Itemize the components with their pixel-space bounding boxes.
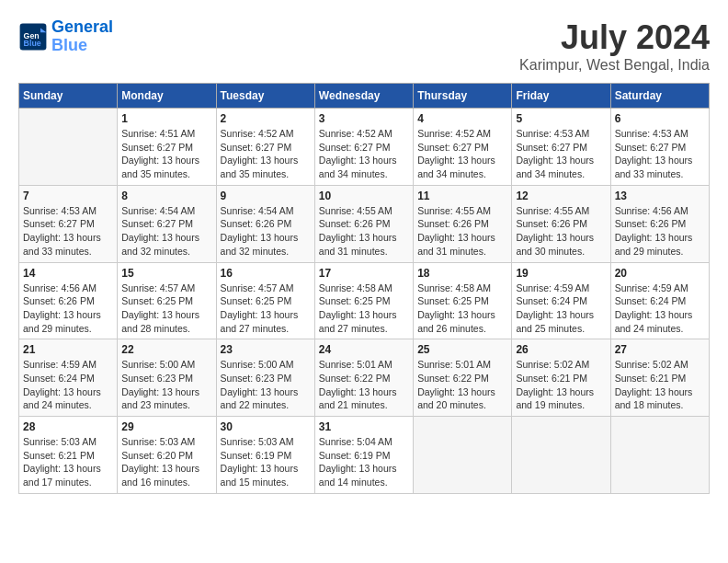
day-number: 17 [319, 267, 409, 280]
calendar-cell: 9Sunrise: 4:54 AM Sunset: 6:26 PM Daylig… [216, 185, 314, 262]
day-info: Sunrise: 5:03 AM Sunset: 6:21 PM Dayligh… [23, 435, 113, 489]
day-info: Sunrise: 4:56 AM Sunset: 6:26 PM Dayligh… [615, 204, 705, 259]
day-info: Sunrise: 4:58 AM Sunset: 6:25 PM Dayligh… [417, 282, 507, 336]
calendar-cell: 16Sunrise: 4:57 AM Sunset: 6:25 PM Dayli… [216, 262, 314, 339]
calendar-week-row: 21Sunrise: 4:59 AM Sunset: 6:24 PM Dayli… [19, 339, 710, 417]
calendar-cell: 24Sunrise: 5:01 AM Sunset: 6:22 PM Dayli… [314, 339, 413, 417]
calendar-cell: 14Sunrise: 4:56 AM Sunset: 6:26 PM Dayli… [19, 262, 118, 339]
day-info: Sunrise: 4:59 AM Sunset: 6:24 PM Dayligh… [23, 358, 113, 412]
day-number: 19 [516, 267, 606, 280]
title-area: July 2024 Karimpur, West Bengal, India [519, 18, 710, 74]
day-number: 29 [121, 420, 211, 433]
day-info: Sunrise: 5:01 AM Sunset: 6:22 PM Dayligh… [319, 358, 409, 412]
day-number: 24 [319, 343, 409, 356]
calendar-cell [610, 417, 709, 494]
calendar-cell: 22Sunrise: 5:00 AM Sunset: 6:23 PM Dayli… [118, 339, 216, 417]
day-info: Sunrise: 4:53 AM Sunset: 6:27 PM Dayligh… [615, 127, 705, 181]
day-number: 8 [121, 190, 211, 202]
calendar-cell: 13Sunrise: 4:56 AM Sunset: 6:26 PM Dayli… [610, 185, 709, 262]
day-info: Sunrise: 4:54 AM Sunset: 6:27 PM Dayligh… [121, 204, 211, 259]
calendar-cell: 18Sunrise: 4:58 AM Sunset: 6:25 PM Dayli… [414, 262, 512, 339]
calendar-week-row: 28Sunrise: 5:03 AM Sunset: 6:21 PM Dayli… [19, 417, 710, 494]
day-info: Sunrise: 5:02 AM Sunset: 6:21 PM Dayligh… [516, 358, 606, 412]
day-number: 28 [23, 420, 113, 433]
calendar-week-row: 1Sunrise: 4:51 AM Sunset: 6:27 PM Daylig… [19, 109, 710, 186]
day-number: 9 [221, 190, 311, 202]
calendar-cell: 28Sunrise: 5:03 AM Sunset: 6:21 PM Dayli… [19, 417, 118, 494]
calendar-cell: 1Sunrise: 4:51 AM Sunset: 6:27 PM Daylig… [118, 109, 216, 186]
day-number: 14 [23, 267, 113, 280]
day-info: Sunrise: 4:53 AM Sunset: 6:27 PM Dayligh… [516, 127, 606, 181]
day-info: Sunrise: 4:55 AM Sunset: 6:26 PM Dayligh… [516, 204, 606, 259]
day-info: Sunrise: 4:53 AM Sunset: 6:27 PM Dayligh… [23, 204, 113, 259]
day-number: 25 [417, 343, 507, 356]
day-number: 23 [221, 343, 311, 356]
weekday-header: Thursday [414, 84, 512, 109]
weekday-header: Wednesday [314, 84, 413, 109]
day-number: 3 [319, 112, 409, 125]
day-number: 16 [221, 267, 311, 280]
day-info: Sunrise: 5:01 AM Sunset: 6:22 PM Dayligh… [417, 358, 507, 412]
calendar-cell: 19Sunrise: 4:59 AM Sunset: 6:24 PM Dayli… [512, 262, 610, 339]
day-info: Sunrise: 4:58 AM Sunset: 6:25 PM Dayligh… [319, 282, 409, 336]
day-number: 5 [516, 112, 606, 125]
day-number: 13 [615, 190, 705, 202]
day-info: Sunrise: 5:00 AM Sunset: 6:23 PM Dayligh… [221, 358, 311, 412]
day-number: 4 [417, 112, 507, 125]
logo-text: GeneralBlue [51, 18, 113, 55]
day-info: Sunrise: 4:59 AM Sunset: 6:24 PM Dayligh… [516, 282, 606, 336]
day-number: 20 [615, 267, 705, 280]
day-number: 1 [121, 112, 211, 125]
calendar-week-row: 7Sunrise: 4:53 AM Sunset: 6:27 PM Daylig… [19, 185, 710, 262]
weekday-header: Saturday [610, 84, 709, 109]
day-info: Sunrise: 4:52 AM Sunset: 6:27 PM Dayligh… [417, 127, 507, 181]
day-info: Sunrise: 5:04 AM Sunset: 6:19 PM Dayligh… [319, 435, 409, 489]
day-info: Sunrise: 4:52 AM Sunset: 6:27 PM Dayligh… [319, 127, 409, 181]
day-number: 30 [221, 420, 311, 433]
calendar-cell: 15Sunrise: 4:57 AM Sunset: 6:25 PM Dayli… [118, 262, 216, 339]
day-info: Sunrise: 4:54 AM Sunset: 6:26 PM Dayligh… [221, 204, 311, 259]
day-number: 11 [417, 190, 507, 202]
calendar-cell: 30Sunrise: 5:03 AM Sunset: 6:19 PM Dayli… [216, 417, 314, 494]
day-number: 15 [121, 267, 211, 280]
day-number: 10 [319, 190, 409, 202]
day-info: Sunrise: 4:51 AM Sunset: 6:27 PM Dayligh… [121, 127, 211, 181]
day-info: Sunrise: 4:57 AM Sunset: 6:25 PM Dayligh… [221, 282, 311, 336]
logo: Gen Blue GeneralBlue [18, 18, 113, 55]
calendar-cell [19, 109, 118, 186]
calendar-cell: 3Sunrise: 4:52 AM Sunset: 6:27 PM Daylig… [314, 109, 413, 186]
day-info: Sunrise: 4:57 AM Sunset: 6:25 PM Dayligh… [121, 282, 211, 336]
calendar-cell: 29Sunrise: 5:03 AM Sunset: 6:20 PM Dayli… [118, 417, 216, 494]
weekday-header-row: SundayMondayTuesdayWednesdayThursdayFrid… [19, 84, 710, 109]
calendar-table: SundayMondayTuesdayWednesdayThursdayFrid… [18, 83, 710, 494]
day-info: Sunrise: 5:00 AM Sunset: 6:23 PM Dayligh… [121, 358, 211, 412]
day-info: Sunrise: 4:55 AM Sunset: 6:26 PM Dayligh… [417, 204, 507, 259]
day-number: 2 [221, 112, 311, 125]
day-number: 21 [23, 343, 113, 356]
calendar-cell: 12Sunrise: 4:55 AM Sunset: 6:26 PM Dayli… [512, 185, 610, 262]
calendar-cell: 31Sunrise: 5:04 AM Sunset: 6:19 PM Dayli… [314, 417, 413, 494]
day-number: 12 [516, 190, 606, 202]
subtitle: Karimpur, West Bengal, India [519, 57, 710, 74]
day-info: Sunrise: 5:03 AM Sunset: 6:20 PM Dayligh… [121, 435, 211, 489]
weekday-header: Sunday [19, 84, 118, 109]
logo-icon: Gen Blue [18, 22, 48, 52]
day-info: Sunrise: 4:55 AM Sunset: 6:26 PM Dayligh… [319, 204, 409, 259]
calendar-cell [414, 417, 512, 494]
header: Gen Blue GeneralBlue July 2024 Karimpur,… [18, 18, 710, 74]
calendar-cell: 20Sunrise: 4:59 AM Sunset: 6:24 PM Dayli… [610, 262, 709, 339]
calendar-cell: 27Sunrise: 5:02 AM Sunset: 6:21 PM Dayli… [610, 339, 709, 417]
day-number: 6 [615, 112, 705, 125]
calendar-cell: 10Sunrise: 4:55 AM Sunset: 6:26 PM Dayli… [314, 185, 413, 262]
main-title: July 2024 [519, 18, 710, 57]
weekday-header: Tuesday [216, 84, 314, 109]
calendar-cell: 7Sunrise: 4:53 AM Sunset: 6:27 PM Daylig… [19, 185, 118, 262]
calendar-cell: 6Sunrise: 4:53 AM Sunset: 6:27 PM Daylig… [610, 109, 709, 186]
calendar-cell: 8Sunrise: 4:54 AM Sunset: 6:27 PM Daylig… [118, 185, 216, 262]
calendar-week-row: 14Sunrise: 4:56 AM Sunset: 6:26 PM Dayli… [19, 262, 710, 339]
day-number: 7 [23, 190, 113, 202]
day-number: 22 [121, 343, 211, 356]
day-info: Sunrise: 4:52 AM Sunset: 6:27 PM Dayligh… [221, 127, 311, 181]
calendar-cell: 25Sunrise: 5:01 AM Sunset: 6:22 PM Dayli… [414, 339, 512, 417]
calendar-cell [512, 417, 610, 494]
